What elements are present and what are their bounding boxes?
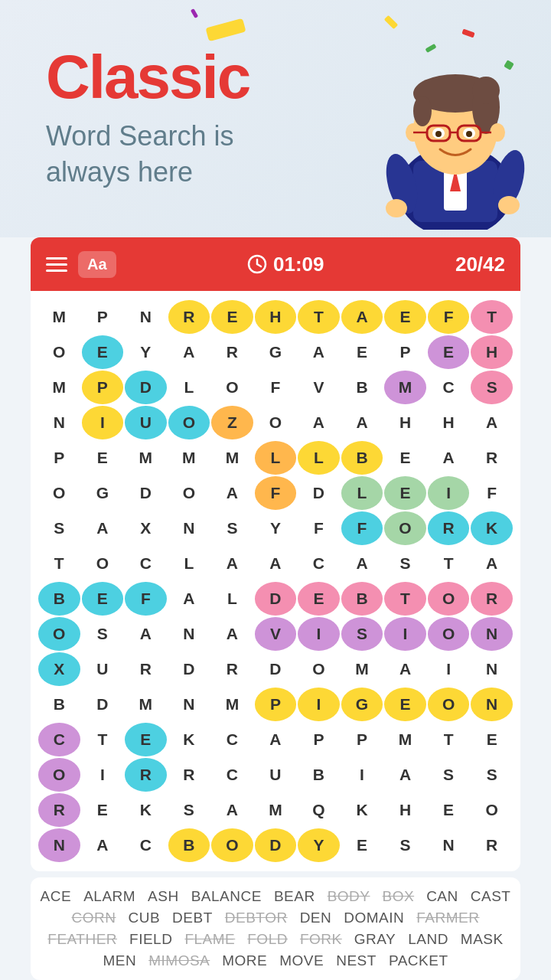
- grid-cell[interactable]: A: [82, 511, 124, 545]
- grid-cell[interactable]: O: [38, 476, 80, 510]
- grid-cell[interactable]: D: [255, 582, 297, 616]
- grid-cell[interactable]: Y: [125, 335, 167, 369]
- grid-cell[interactable]: R: [211, 652, 253, 686]
- grid-cell[interactable]: E: [384, 300, 426, 334]
- grid-cell[interactable]: N: [471, 652, 513, 686]
- grid-cell[interactable]: D: [82, 688, 124, 721]
- grid-cell[interactable]: S: [82, 617, 124, 651]
- grid-cell[interactable]: N: [38, 406, 80, 439]
- grid-cell[interactable]: L: [255, 441, 297, 475]
- grid-cell[interactable]: X: [125, 511, 167, 545]
- grid-cell[interactable]: R: [38, 793, 80, 827]
- grid-cell[interactable]: K: [168, 723, 210, 756]
- grid-cell[interactable]: F: [255, 476, 297, 510]
- grid-cell[interactable]: G: [82, 476, 124, 510]
- grid-cell[interactable]: F: [471, 476, 513, 510]
- grid-cell[interactable]: N: [38, 828, 80, 862]
- grid-cell[interactable]: O: [471, 793, 513, 827]
- grid-cell[interactable]: L: [341, 476, 383, 510]
- grid-cell[interactable]: O: [428, 617, 470, 651]
- grid-cell[interactable]: A: [471, 406, 513, 439]
- grid-cell[interactable]: A: [384, 758, 426, 792]
- grid-cell[interactable]: Z: [211, 406, 253, 439]
- grid-cell[interactable]: H: [384, 793, 426, 827]
- grid-cell[interactable]: M: [211, 441, 253, 475]
- grid-cell[interactable]: C: [428, 371, 470, 404]
- grid-cell[interactable]: O: [211, 828, 253, 862]
- grid-cell[interactable]: P: [38, 441, 80, 475]
- grid-cell[interactable]: A: [211, 617, 253, 651]
- grid-table[interactable]: MPNREHTAEFTOEYARGAEPEHMPDLOFVBMCSNIUOZOA…: [37, 299, 514, 864]
- grid-cell[interactable]: D: [255, 652, 297, 686]
- grid-cell[interactable]: M: [211, 688, 253, 721]
- grid-cell[interactable]: A: [341, 300, 383, 334]
- grid-cell[interactable]: A: [255, 723, 297, 756]
- grid-cell[interactable]: C: [298, 547, 340, 580]
- grid-cell[interactable]: E: [471, 723, 513, 756]
- grid-cell[interactable]: E: [82, 335, 124, 369]
- grid-cell[interactable]: T: [38, 547, 80, 580]
- grid-cell[interactable]: T: [298, 300, 340, 334]
- grid-cell[interactable]: O: [38, 335, 80, 369]
- grid-cell[interactable]: N: [168, 617, 210, 651]
- grid-cell[interactable]: F: [255, 371, 297, 404]
- grid-cell[interactable]: I: [82, 406, 124, 439]
- grid-cell[interactable]: E: [384, 688, 426, 721]
- grid-cell[interactable]: O: [38, 758, 80, 792]
- grid-cell[interactable]: O: [82, 547, 124, 580]
- grid-cell[interactable]: E: [384, 476, 426, 510]
- grid-cell[interactable]: T: [82, 723, 124, 756]
- grid-cell[interactable]: D: [298, 476, 340, 510]
- grid-cell[interactable]: A: [255, 547, 297, 580]
- grid-cell[interactable]: U: [82, 652, 124, 686]
- grid-cell[interactable]: B: [168, 828, 210, 862]
- grid-cell[interactable]: N: [168, 688, 210, 721]
- grid-cell[interactable]: E: [428, 335, 470, 369]
- grid-cell[interactable]: O: [211, 371, 253, 404]
- grid-cell[interactable]: O: [428, 582, 470, 616]
- grid-cell[interactable]: C: [211, 723, 253, 756]
- grid-cell[interactable]: N: [428, 828, 470, 862]
- grid-cell[interactable]: M: [341, 652, 383, 686]
- grid-cell[interactable]: I: [428, 476, 470, 510]
- grid-cell[interactable]: O: [168, 476, 210, 510]
- grid-cell[interactable]: B: [38, 688, 80, 721]
- grid-cell[interactable]: I: [341, 758, 383, 792]
- grid-cell[interactable]: L: [211, 582, 253, 616]
- grid-cell[interactable]: M: [384, 371, 426, 404]
- grid-cell[interactable]: M: [384, 723, 426, 756]
- grid-cell[interactable]: E: [82, 793, 124, 827]
- grid-cell[interactable]: G: [341, 688, 383, 721]
- grid-cell[interactable]: S: [384, 547, 426, 580]
- grid-cell[interactable]: A: [298, 335, 340, 369]
- grid-cell[interactable]: O: [168, 406, 210, 439]
- grid-cell[interactable]: H: [471, 335, 513, 369]
- grid-cell[interactable]: S: [168, 793, 210, 827]
- grid-cell[interactable]: R: [428, 511, 470, 545]
- grid-cell[interactable]: A: [82, 828, 124, 862]
- grid-cell[interactable]: L: [168, 547, 210, 580]
- grid-cell[interactable]: B: [298, 758, 340, 792]
- grid-cell[interactable]: D: [125, 371, 167, 404]
- grid-cell[interactable]: S: [471, 371, 513, 404]
- grid-cell[interactable]: H: [428, 406, 470, 439]
- grid-cell[interactable]: E: [341, 335, 383, 369]
- grid-cell[interactable]: E: [125, 723, 167, 756]
- grid-cell[interactable]: M: [125, 441, 167, 475]
- grid-cell[interactable]: Y: [298, 828, 340, 862]
- grid-cell[interactable]: M: [38, 371, 80, 404]
- grid-cell[interactable]: O: [38, 617, 80, 651]
- grid-cell[interactable]: I: [82, 758, 124, 792]
- grid-cell[interactable]: G: [255, 335, 297, 369]
- grid-cell[interactable]: S: [38, 511, 80, 545]
- grid-cell[interactable]: A: [168, 335, 210, 369]
- grid-cell[interactable]: U: [255, 758, 297, 792]
- grid-cell[interactable]: F: [428, 300, 470, 334]
- grid-cell[interactable]: Y: [255, 511, 297, 545]
- grid-cell[interactable]: O: [428, 688, 470, 721]
- grid-cell[interactable]: A: [125, 617, 167, 651]
- grid-cell[interactable]: D: [168, 652, 210, 686]
- grid-cell[interactable]: A: [428, 441, 470, 475]
- grid-cell[interactable]: R: [471, 441, 513, 475]
- grid-cell[interactable]: E: [211, 300, 253, 334]
